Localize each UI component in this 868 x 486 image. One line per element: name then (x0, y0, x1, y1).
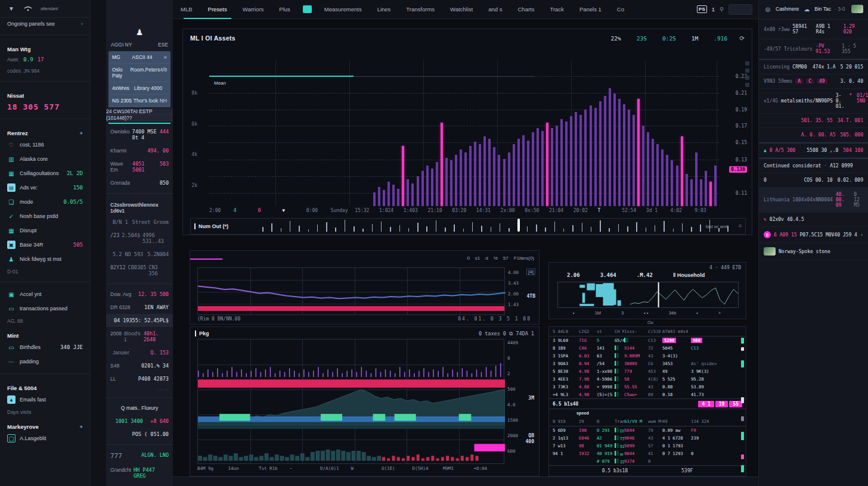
right-panel-row[interactable]: Continued considerat·A12 0999 (759, 158, 868, 173)
mint-item[interactable]: ⋯padding (0, 354, 90, 369)
spread-tool[interactable]: 57 (503, 256, 509, 261)
nav-chip-icon[interactable] (303, 5, 312, 13)
depth-footer-item[interactable]: ▪ (696, 310, 698, 316)
order-row[interactable]: 3 73K34.88+ 999855.55430.8053.89 (549, 383, 746, 391)
quote-row[interactable]: Kharmi494. 00 (106, 144, 173, 157)
sidebar-item[interactable]: ♟Nick fdwyg st mst (0, 252, 90, 266)
right-panel-row[interactable]: 06 A09 15P07.5C15 M0V40 J59 4› (759, 227, 868, 243)
nav-tab-transforms[interactable]: Transforms (398, 0, 442, 19)
nav-tab-watchlist[interactable]: Watchlist (442, 0, 480, 19)
files-item[interactable]: ▲Emails fast (0, 392, 90, 407)
sidebar-tool-item[interactable]: ▭transactions passed (0, 301, 90, 316)
chart-tool-icon[interactable] (745, 76, 749, 80)
quote-row[interactable]: Grenada850 (106, 176, 173, 189)
nav-tab-charts[interactable]: Charts (510, 0, 542, 19)
order-row[interactable]: 3 1SPA6.03639.009M433-4(3) (549, 352, 746, 360)
right-panel-row[interactable]: v1/4Gmetalsmiths/NN90PS3-0. 01.*01/1 5N0 (759, 89, 868, 114)
depth-chart[interactable] (557, 282, 739, 308)
right-panel-row[interactable]: ✎02x0v40.4.5 (759, 213, 868, 227)
account-name[interactable]: Cashmere (776, 6, 799, 12)
menu-icon[interactable]: ≡ (739, 223, 742, 229)
watchlist-row-selected[interactable]: Oslo PatyRoom.Peters4/8 (108, 64, 170, 82)
timeline-scrubber[interactable]: Num Out (*) fast w/ amt. ≡ (190, 218, 746, 235)
spread-chart[interactable] (197, 267, 505, 315)
depth-footer-item[interactable]: + (718, 310, 721, 316)
sidebar-item[interactable]: ✓Nosh base pstld (0, 209, 90, 223)
order-row[interactable]: +4 9L34.98(5)=(5C5ww+090.1841.73 (549, 391, 746, 398)
watchlist-row-selected[interactable]: MGASCII 44≡ (108, 51, 170, 64)
sidebar-item[interactable]: ▥Alaska core (0, 152, 90, 166)
right-panel-row[interactable]: Norway-Spoke stone (759, 243, 868, 260)
depth-footer-item[interactable]: 1M (595, 310, 601, 316)
add-icon[interactable]: + (79, 423, 83, 430)
photo-chip[interactable] (851, 5, 863, 13)
depth-footer-item[interactable]: 34b (669, 310, 677, 316)
spread-tool[interactable]: 0 (467, 256, 469, 261)
sidebar-collapse-row[interactable]: Ongoing panels see ‹ (0, 18, 90, 30)
price-chart[interactable]: Mean (209, 60, 719, 206)
spread-tool[interactable]: F1lters(0) (514, 256, 534, 261)
watchlist-row[interactable]: 24 CW106TAI ESTP (106, 108, 173, 115)
nav-tab-mlb[interactable]: MLB (173, 0, 200, 19)
sidebar-item[interactable]: ❏mode0.05/5 (0, 195, 90, 209)
chart-tool-icon[interactable] (745, 83, 749, 87)
nav-tab-measurements[interactable]: Measurements (317, 0, 370, 19)
watchlist-row-selected[interactable]: NS 2305Thor's lookNH (108, 95, 170, 107)
right-panel-row[interactable]: LicensingCRM00474x 1.A5 20 015 (759, 59, 868, 74)
order-row[interactable]: 5 8E304.981-xx98779453493 9K(3) (549, 367, 746, 375)
market-item[interactable]: ▢A.Lasgeblit (0, 431, 90, 446)
pin-icon[interactable]: ⚲ (720, 6, 724, 13)
nav-tab-and-s[interactable]: and s (480, 0, 510, 19)
depth-footer-item[interactable]: 3 (621, 310, 624, 316)
order-row[interactable]: 7 w139801 949 5195099570 1 1793 (549, 442, 746, 450)
refresh-icon[interactable]: ⟳ (739, 35, 745, 42)
timeframe-button[interactable]: 4 1 (698, 401, 714, 407)
map-chart[interactable] (197, 339, 504, 464)
mint-item[interactable]: ▭Birthdles340 JJE (0, 340, 90, 354)
quote-row[interactable]: Wave Em4051 5001503 (106, 157, 173, 176)
nav-tab-warriors[interactable]: Warriors (235, 0, 272, 19)
spread-tool[interactable]: % (494, 256, 498, 261)
chart-tool-rail[interactable] (745, 61, 749, 87)
nav-tab-panels-1[interactable]: Panels 1 (572, 0, 609, 19)
chart-tool-icon[interactable] (745, 61, 749, 66)
spread-tool[interactable]: d (485, 256, 488, 261)
spread-tool[interactable]: s1 (475, 256, 480, 261)
orders-spot-row[interactable]: 3 9L6071G5G5/42C135200900 (549, 337, 746, 344)
nav-tab-track[interactable]: Track (542, 0, 571, 19)
right-panel-row[interactable]: V9N359mmsAC493. 0. 40 (759, 74, 868, 89)
depth-footer[interactable]: ▪1M3▪ ▪34b▪+ (573, 310, 721, 316)
order-row[interactable]: 94 1193240 919 w 4U39044410 7 12930 (549, 450, 746, 457)
order-row[interactable]: 8 1B9C461415144725045C13 (549, 344, 746, 352)
order-row[interactable]: 2 1q13E046A2 T5b169046434 1 6728239 (549, 434, 746, 442)
timeframe-button[interactable]: 19 (715, 401, 728, 407)
more-dots[interactable]: · · · · (106, 385, 173, 394)
watchlist-row[interactable]: (101448)?? (106, 115, 173, 122)
order-row[interactable]: 3 9OA30.94/5430009CG3453As' qsidev (549, 360, 746, 367)
timeframe-button[interactable]: 55 (729, 401, 742, 407)
chart-tool-icon[interactable] (745, 68, 749, 73)
sidebar-item-cost[interactable]: ♡ cost, 1186 (0, 138, 90, 152)
sidebar-item[interactable]: ▤Ads ve:150 (0, 180, 90, 195)
collapse-chevron-icon[interactable]: ‹ (81, 21, 83, 27)
search-input[interactable] (728, 4, 752, 15)
nav-tab-presets[interactable]: Presets (200, 0, 235, 19)
sidebar-item[interactable]: ▣Base 34R505 (0, 238, 90, 252)
depth-cursor[interactable] (658, 282, 659, 307)
depth-footer-item[interactable]: ▪ (573, 310, 575, 316)
nav-tab-lines[interactable]: Lines (370, 0, 399, 19)
broker-name[interactable]: Bin Tac (814, 6, 831, 12)
nav-tab-co[interactable]: Co (609, 0, 632, 19)
order-row[interactable]: 5 6D9190O 293 D9/B5044790.09 awF9 (549, 426, 746, 434)
sidebar-item[interactable]: ▦Disrupt (0, 223, 90, 238)
right-panel-row[interactable]: ▲0 A/5 3005508 30 ,.0504 100 (759, 142, 868, 158)
map-toolbar[interactable]: 0 taxes 0 ⧉ 74DA 1 (479, 331, 534, 337)
right-panel-row[interactable]: 4x00r3ww58941 S7A9B 1 R4s1.29 020 (759, 20, 868, 39)
ps-badge[interactable]: PS (697, 5, 707, 13)
nav-tab-plus[interactable]: Plus (271, 0, 297, 19)
add-icon[interactable]: + (79, 130, 83, 136)
sidebar-tool-item[interactable]: ▣Accel ynt (0, 287, 90, 301)
right-panel-row[interactable]: Lithuania1004x04xNN000440. 00. 090 12 M5 (759, 188, 868, 213)
spread-toolbar[interactable]: 0s1d%57F1lters(0) (467, 256, 534, 261)
right-panel-row[interactable]: -49/57Tricolours-PV 91.531 - 5 355 (759, 39, 868, 59)
